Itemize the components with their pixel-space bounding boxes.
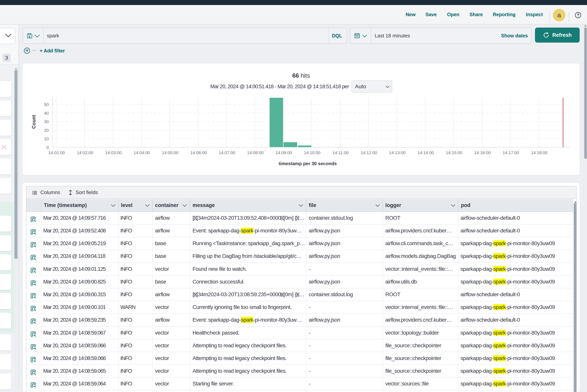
svg-text:14:06:00: 14:06:00 xyxy=(190,150,207,155)
svg-text:14:11:00: 14:11:00 xyxy=(332,150,348,155)
svg-text:?: ? xyxy=(577,13,579,18)
svg-text:14:07:00: 14:07:00 xyxy=(219,150,235,155)
svg-text:14:05:00: 14:05:00 xyxy=(162,150,178,155)
svg-text:14:15:00: 14:15:00 xyxy=(446,150,462,155)
svg-text:14:01:00: 14:01:00 xyxy=(48,150,65,155)
svg-text:14:13:00: 14:13:00 xyxy=(389,150,406,155)
svg-text:14:02:00: 14:02:00 xyxy=(77,150,93,155)
svg-text:14:17:00: 14:17:00 xyxy=(502,150,519,155)
svg-text:14:10:00: 14:10:00 xyxy=(304,150,320,155)
svg-text:14:04:00: 14:04:00 xyxy=(134,150,150,155)
svg-text:30: 30 xyxy=(44,119,49,124)
svg-text:0: 0 xyxy=(46,145,49,150)
svg-text:14:03:00: 14:03:00 xyxy=(105,150,122,155)
svg-text:14:14:00: 14:14:00 xyxy=(418,150,434,155)
svg-text:10: 10 xyxy=(44,136,49,141)
svg-text:14:12:00: 14:12:00 xyxy=(360,150,377,155)
svg-text:50: 50 xyxy=(44,102,49,107)
svg-text:14:18:00: 14:18:00 xyxy=(531,150,548,155)
svg-text:14:08:00: 14:08:00 xyxy=(247,150,264,155)
svg-text:14:09:00: 14:09:00 xyxy=(276,150,292,155)
svg-text:20: 20 xyxy=(44,128,49,133)
svg-text:14:16:00: 14:16:00 xyxy=(474,150,491,155)
svg-text:40: 40 xyxy=(44,111,49,116)
